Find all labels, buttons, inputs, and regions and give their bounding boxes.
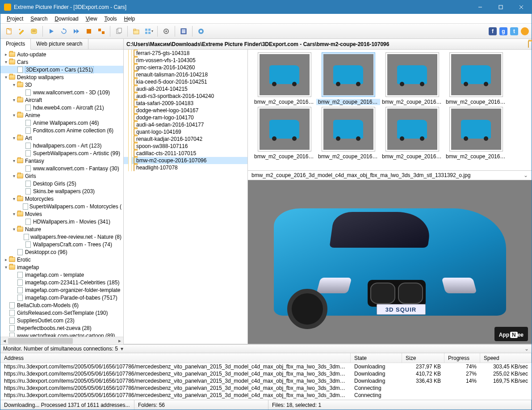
database-button[interactable] — [178, 25, 189, 37]
tree-node[interactable]: ▾Motorcycles — [0, 195, 123, 203]
folder-item[interactable]: spoon-sw388-107116 — [124, 143, 247, 150]
tree-node[interactable]: Desktoppr.co (96) — [0, 248, 123, 256]
folder-item[interactable]: audi-a4-sedan-2016-104177 — [124, 121, 247, 128]
folder-item[interactable]: ferrari-275-gts-104318 — [124, 50, 247, 57]
explorer-button[interactable] — [130, 25, 142, 37]
expand-icon[interactable]: ▾ — [11, 97, 17, 102]
chevron-down-icon[interactable]: ⌄ — [524, 346, 529, 352]
folder-item[interactable]: renault-talisman-2016-104218 — [124, 71, 247, 78]
support-icon[interactable] — [521, 27, 529, 35]
col-state[interactable]: State — [351, 353, 402, 363]
help-button[interactable] — [195, 25, 207, 37]
expand-icon[interactable]: ▾ — [3, 59, 8, 64]
tree-node[interactable]: ▾Girls — [0, 172, 123, 180]
download-row[interactable]: https://ru.3dexport.com/items/2005/05/06… — [0, 385, 532, 392]
tree-node[interactable]: Anime Wallpapers.com (46) — [0, 119, 123, 127]
col-address[interactable]: Address — [0, 353, 351, 363]
folder-item[interactable]: kia-ceed-5-door-2016-104251 — [124, 78, 247, 85]
expand-icon[interactable]: ▸ — [3, 257, 8, 262]
tree-node[interactable]: 3DExport.com - Cars (1251) — [0, 66, 123, 73]
properties-button[interactable] — [28, 25, 40, 37]
tree-node[interactable]: GirlsReleased.com-SetTemplate (190) — [0, 309, 123, 317]
monitor-header[interactable]: Monitor. Number of simultaneous connecti… — [0, 344, 532, 353]
tree-node[interactable]: ▾Cars — [0, 58, 123, 66]
tree-scrollbar[interactable]: ◂▸ — [0, 337, 123, 344]
col-progress[interactable]: Progress — [444, 353, 480, 363]
maximize-button[interactable] — [490, 0, 511, 14]
tree-node[interactable]: SuperbWallpapers.com - Motorcycles ( — [0, 203, 123, 210]
wizard-button[interactable] — [16, 25, 27, 37]
folder-item[interactable]: renault-kadjar-2016-107042 — [124, 135, 247, 143]
tree-node[interactable]: hdwallpapers.com - Art (123) — [0, 142, 123, 149]
tree-node[interactable]: BellaClub.com-Models (6) — [0, 301, 123, 309]
expand-icon[interactable]: ▾ — [11, 211, 17, 216]
thumbnail[interactable]: bmw_m2_coupe_2016_3d... — [252, 107, 316, 160]
facebook-icon[interactable]: f — [489, 27, 497, 35]
subfolder-list[interactable]: ferrari-275-gts-104318rim-vossen-vfs-1-1… — [124, 50, 248, 344]
tree-node[interactable]: WallpapersCraft.com - Trees (74) — [0, 241, 123, 248]
tree-node[interactable]: ▾imagefap — [0, 263, 123, 271]
minimize-button[interactable] — [470, 0, 490, 14]
download-row[interactable]: https://ru.3dexport.com/items/2005/05/06… — [0, 377, 532, 385]
settings-button[interactable] — [160, 25, 172, 37]
folder-item[interactable]: audi-a8-2014-104215 — [124, 85, 247, 93]
tree-node[interactable]: Skins.be wallpapers (203) — [0, 187, 123, 195]
tree-node[interactable]: ▾Aircraft — [0, 96, 123, 104]
expand-icon[interactable]: ▾ — [3, 265, 8, 270]
col-speed[interactable]: Speed — [480, 353, 532, 363]
folder-item[interactable]: dodge-wheel-logo-104167 — [124, 107, 247, 114]
tree-node[interactable]: wallpapers.free-review.net - Nature (8) — [0, 233, 123, 241]
folder-item[interactable]: tata-safari-2009-104183 — [124, 100, 247, 107]
thumbnail[interactable]: bmw_m2_coupe_2016_3d... — [380, 107, 444, 160]
tree-node[interactable]: SuppliesOutlet.com (23) — [0, 317, 123, 324]
expand-icon[interactable]: ▾ — [11, 196, 17, 201]
folder-item[interactable]: headlight-107078 — [124, 164, 247, 171]
tree-node[interactable]: ▸Erotic — [0, 256, 123, 263]
tree-node[interactable]: imagefap.com-223411-Celebrities (185) — [0, 279, 123, 286]
tree-node[interactable]: SuperbWallpapers.com - Artistic (99) — [0, 149, 123, 157]
folder-item[interactable]: dodge-ram-logo-104170 — [124, 114, 247, 121]
tree-node[interactable]: imagefap.com-Parade-of-babes (7517) — [0, 294, 123, 301]
tree-node[interactable]: HDWallpapers.im - Movies (341) — [0, 218, 123, 225]
expand-icon[interactable]: ▾ — [11, 135, 17, 140]
folder-item[interactable]: bmw-m2-coupe-2016-107096 — [124, 157, 247, 164]
menu-view[interactable]: View — [82, 15, 101, 23]
download-row[interactable]: https://ru.3dexport.com/items/2005/05/06… — [0, 392, 532, 399]
start-button[interactable] — [46, 25, 57, 37]
stop-button[interactable] — [83, 25, 95, 37]
thumbnail[interactable]: bmw_m2_coupe_2016_3d... — [444, 52, 508, 105]
stop-all-button[interactable] — [96, 25, 107, 37]
menu-download[interactable]: Download — [51, 15, 82, 23]
thumbnail[interactable]: bmw_m2_coupe_2016_3d... — [316, 52, 380, 105]
thumbnails-button[interactable]: ▾ — [143, 25, 155, 37]
preview-header[interactable]: bmw_m2_coupe_2016_3d_model_c4d_max_obj_f… — [248, 170, 532, 180]
tree-node[interactable]: hdw.eweb4.com - Aircraft (21) — [0, 104, 123, 111]
thumbnail[interactable]: bmw_m2_coupe_2016_3d... — [380, 52, 444, 105]
menu-help[interactable]: Help — [121, 15, 139, 23]
tab-projects[interactable]: Projects — [0, 39, 31, 50]
folder-item[interactable]: cadillac-cts-2011-107015 — [124, 150, 247, 157]
download-list[interactable]: https://ru.3dexport.com/items/2005/05/06… — [0, 363, 532, 400]
expand-icon[interactable]: ▾ — [11, 173, 17, 178]
tree-node[interactable]: ▾Movies — [0, 210, 123, 218]
close-button[interactable] — [511, 0, 532, 14]
tree-node[interactable]: ▾Nature — [0, 225, 123, 233]
open-folder-button[interactable] — [528, 41, 529, 47]
thumbnail-grid[interactable]: bmw_m2_coupe_2016_3d...bmw_m2_coupe_2016… — [248, 50, 532, 170]
menu-search[interactable]: Search — [27, 15, 51, 23]
folder-item[interactable]: rim-vossen-vfs-1-104305 — [124, 57, 247, 64]
expand-icon[interactable]: ▾ — [11, 227, 17, 232]
col-size[interactable]: Size — [402, 353, 444, 363]
tree-node[interactable]: ▾Desktop wallpapers — [0, 73, 123, 81]
download-row[interactable]: https://ru.3dexport.com/items/2005/05/06… — [0, 363, 532, 370]
connections-dropdown-icon[interactable]: ▾ — [121, 346, 123, 352]
expand-icon[interactable]: ▾ — [11, 158, 17, 163]
download-row[interactable]: https://ru.3dexport.com/items/2005/05/06… — [0, 370, 532, 377]
tree-node[interactable]: ▾Art — [0, 134, 123, 142]
tree-node[interactable]: ▾3D — [0, 81, 123, 89]
project-tree[interactable]: ▸Auto-update▾Cars3DExport.com - Cars (12… — [0, 50, 123, 337]
folder-item[interactable]: quant-logo-104169 — [124, 128, 247, 135]
expand-icon[interactable]: ▾ — [11, 113, 17, 118]
copy-button[interactable] — [113, 25, 125, 37]
google-icon[interactable]: g — [499, 27, 507, 35]
